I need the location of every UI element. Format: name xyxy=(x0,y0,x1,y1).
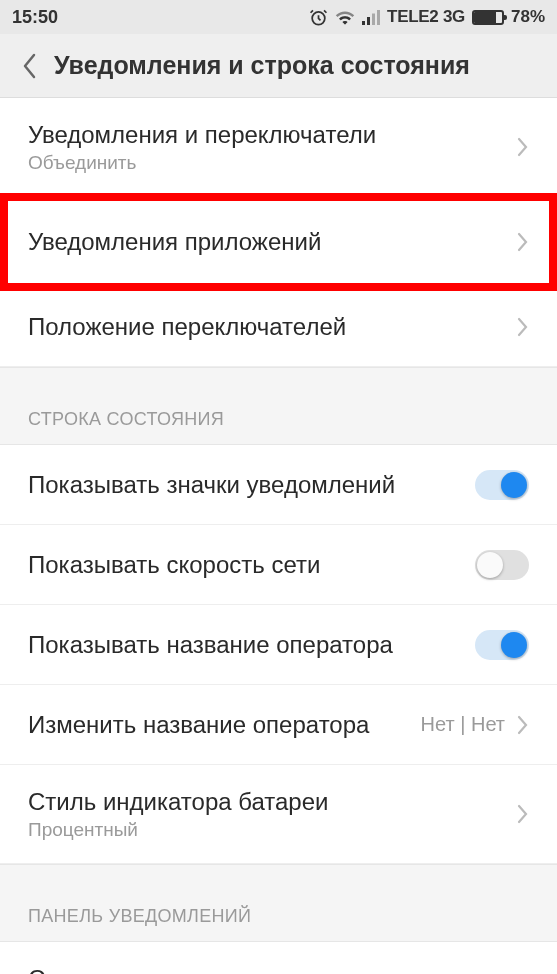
chevron-right-icon xyxy=(517,137,529,157)
row-title: Показывать скорость сети xyxy=(28,550,475,580)
row-collapse-after-tap[interactable]: Свернуть после нажатия xyxy=(0,942,557,974)
status-time: 15:50 xyxy=(12,7,58,28)
chevron-right-icon xyxy=(517,232,529,252)
chevron-right-icon xyxy=(517,317,529,337)
carrier-label: TELE2 3G xyxy=(387,7,465,27)
toggle-show-notification-icons[interactable] xyxy=(475,470,529,500)
highlighted-row: Уведомления приложений xyxy=(0,193,557,291)
row-title: Показывать значки уведомлений xyxy=(28,470,475,500)
row-value: Нет | Нет xyxy=(421,713,505,736)
row-title: Изменить название оператора xyxy=(28,710,421,740)
row-notifications-and-toggles[interactable]: Уведомления и переключатели Объединить xyxy=(0,98,557,197)
chevron-right-icon xyxy=(517,715,529,735)
row-show-network-speed[interactable]: Показывать скорость сети xyxy=(0,525,557,605)
wifi-icon xyxy=(335,9,355,25)
chevron-right-icon xyxy=(517,804,529,824)
alarm-icon xyxy=(309,8,328,27)
row-title: Положение переключателей xyxy=(28,312,517,342)
nav-header: Уведомления и строка состояния xyxy=(0,34,557,98)
row-change-carrier-name[interactable]: Изменить название оператора Нет | Нет xyxy=(0,685,557,765)
row-toggle-position[interactable]: Положение переключателей xyxy=(0,287,557,367)
svg-rect-2 xyxy=(367,17,370,25)
battery-percent: 78% xyxy=(511,7,545,27)
svg-rect-4 xyxy=(377,10,380,25)
status-bar: 15:50 TELE2 3G 78% xyxy=(0,0,557,34)
section-header-status-bar: СТРОКА СОСТОЯНИЯ xyxy=(0,389,557,445)
row-title: Уведомления приложений xyxy=(28,227,517,257)
row-show-carrier-name[interactable]: Показывать название оператора xyxy=(0,605,557,685)
row-title: Свернуть после нажатия xyxy=(28,964,529,974)
row-show-notification-icons[interactable]: Показывать значки уведомлений xyxy=(0,445,557,525)
svg-rect-3 xyxy=(372,13,375,25)
row-app-notifications[interactable]: Уведомления приложений xyxy=(8,201,549,283)
chevron-left-icon xyxy=(22,53,38,79)
toggle-show-carrier-name[interactable] xyxy=(475,630,529,660)
svg-rect-1 xyxy=(362,21,365,25)
back-button[interactable] xyxy=(10,46,50,86)
battery-icon xyxy=(472,10,504,25)
section-header-notification-panel: ПАНЕЛЬ УВЕДОМЛЕНИЙ xyxy=(0,886,557,942)
toggle-show-network-speed[interactable] xyxy=(475,550,529,580)
row-subtitle: Процентный xyxy=(28,819,517,841)
row-title: Уведомления и переключатели xyxy=(28,120,517,150)
status-icons: TELE2 3G 78% xyxy=(309,7,545,27)
row-title: Показывать название оператора xyxy=(28,630,475,660)
page-title: Уведомления и строка состояния xyxy=(54,51,470,80)
row-battery-indicator-style[interactable]: Стиль индикатора батареи Процентный xyxy=(0,765,557,864)
row-title: Стиль индикатора батареи xyxy=(28,787,517,817)
row-subtitle: Объединить xyxy=(28,152,517,174)
signal-icon xyxy=(362,10,380,25)
